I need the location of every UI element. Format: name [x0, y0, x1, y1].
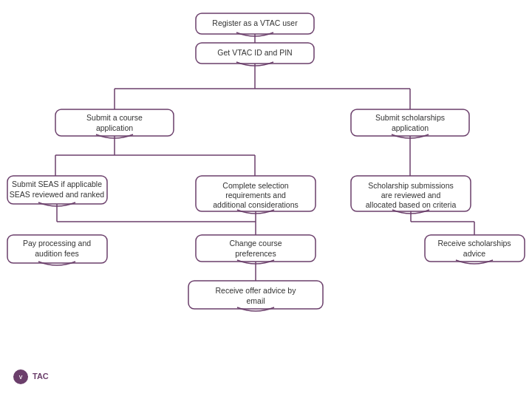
pay-fees-label2: audition fees: [35, 249, 79, 258]
register-node-label: Register as a VTAC user: [212, 18, 298, 27]
scholarship-subs-label2: are reviewed and: [381, 191, 441, 200]
scholarship-subs-label: Scholarship submissions: [368, 181, 454, 190]
submit-scholarships-label: Submit scholarships: [375, 113, 445, 122]
complete-selection-label: Complete selection: [222, 181, 288, 190]
change-prefs-label: Change course: [229, 239, 282, 248]
receive-offer-label: Receive offer advice by: [216, 286, 297, 295]
pay-fees-label: Pay processing and: [23, 239, 91, 248]
receive-offer-label2: email: [246, 296, 265, 305]
logo-icon: V: [19, 375, 23, 380]
logo-label: TAC: [33, 372, 49, 381]
submit-seas-label2: SEAS reviewed and ranked: [10, 190, 105, 199]
submit-scholarships-label2: application: [392, 123, 429, 132]
get-id-node-label: Get VTAC ID and PIN: [217, 48, 292, 57]
complete-selection-label2: requirements and: [225, 191, 286, 200]
scholarship-subs-label3: allocated based on criteria: [366, 200, 457, 209]
receive-scholarships-label2: advice: [463, 249, 486, 258]
submit-course-label2: application: [96, 123, 133, 132]
receive-scholarships-label: Receive scholarships: [437, 239, 511, 248]
change-prefs-label2: preferences: [235, 249, 276, 258]
submit-course-label: Submit a course: [86, 113, 143, 122]
complete-selection-label3: additional considerations: [213, 200, 299, 209]
submit-seas-label: Submit SEAS if applicable: [12, 180, 102, 188]
